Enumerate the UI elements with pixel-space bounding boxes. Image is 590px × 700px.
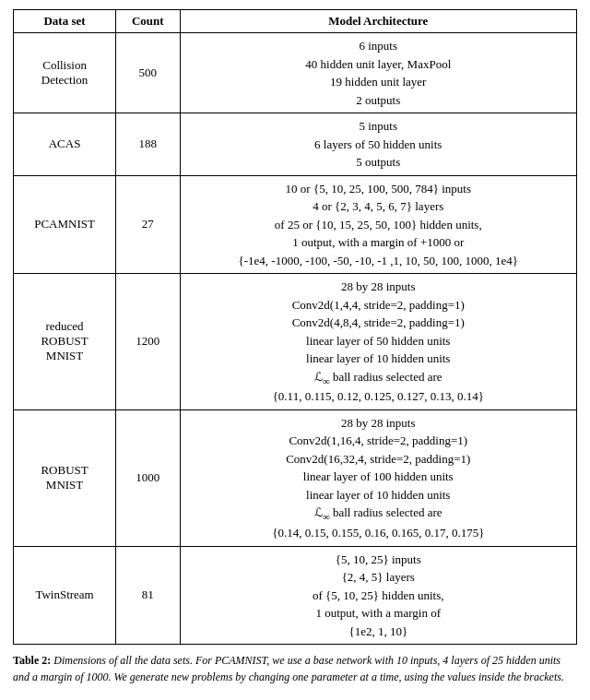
cell-count: 1000 xyxy=(116,409,180,546)
cell-dataset: Collision Detection xyxy=(14,33,116,113)
cell-arch: {5, 10, 25} inputs{2, 4, 5} layersof {5,… xyxy=(180,546,576,645)
col-header-arch: Model Architecture xyxy=(180,10,576,33)
cell-dataset: TwinStream xyxy=(14,546,116,645)
table-row: ACAS1885 inputs6 layers of 50 hidden uni… xyxy=(14,113,577,176)
cell-arch: 28 by 28 inputsConv2d(1,4,4, stride=2, p… xyxy=(180,274,576,410)
col-header-count: Count xyxy=(116,10,180,33)
table-row: ROBUST MNIST100028 by 28 inputsConv2d(1,… xyxy=(14,409,577,546)
table-caption: Table 2: Dimensions of all the data sets… xyxy=(13,652,577,685)
table-row: Collision Detection5006 inputs40 hidden … xyxy=(14,33,577,113)
cell-dataset: ACAS xyxy=(14,113,116,176)
table-row: PCAMNIST2710 or {5, 10, 25, 100, 500, 78… xyxy=(14,175,577,274)
cell-arch: 28 by 28 inputsConv2d(1,16,4, stride=2, … xyxy=(180,409,576,546)
caption-text: Dimensions of all the data sets. For PCA… xyxy=(13,654,564,683)
cell-count: 500 xyxy=(116,33,180,113)
cell-dataset: PCAMNIST xyxy=(14,175,116,274)
data-table: Data set Count Model Architecture Collis… xyxy=(13,9,577,645)
table-row: TwinStream81{5, 10, 25} inputs{2, 4, 5} … xyxy=(14,546,577,645)
cell-dataset: reduced ROBUST MNIST xyxy=(14,274,116,410)
cell-arch: 10 or {5, 10, 25, 100, 500, 784} inputs4… xyxy=(180,175,576,274)
cell-dataset: ROBUST MNIST xyxy=(14,409,116,546)
table-row: reduced ROBUST MNIST120028 by 28 inputsC… xyxy=(14,274,577,410)
cell-count: 81 xyxy=(116,546,180,645)
cell-arch: 5 inputs6 layers of 50 hidden units5 out… xyxy=(180,113,576,176)
cell-count: 27 xyxy=(116,175,180,274)
caption-label: Table 2: xyxy=(13,654,51,667)
cell-count: 188 xyxy=(116,113,180,176)
cell-arch: 6 inputs40 hidden unit layer, MaxPool19 … xyxy=(180,33,576,113)
col-header-dataset: Data set xyxy=(14,10,116,33)
cell-count: 1200 xyxy=(116,274,180,410)
